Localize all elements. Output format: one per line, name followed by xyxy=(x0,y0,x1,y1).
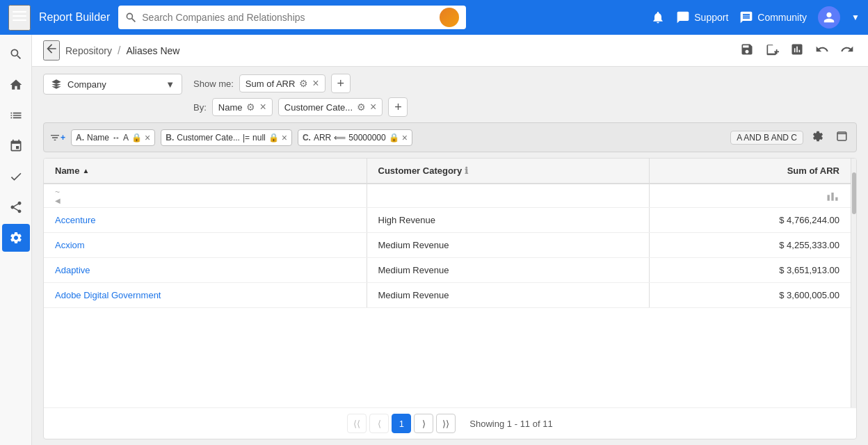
filter-logic-display[interactable]: A AND B AND C xyxy=(730,131,803,145)
back-button[interactable] xyxy=(43,40,60,60)
filter-chip-c[interactable]: C. ARR ⟸ 50000000 🔒 × xyxy=(298,129,412,146)
collapsed-row: ~ ◀ xyxy=(44,184,851,208)
search-avatar xyxy=(440,8,459,27)
pill-close-icon[interactable]: × xyxy=(312,78,319,89)
sidebar-item-list[interactable] xyxy=(2,102,30,129)
customer-cate-pill[interactable]: Customer Cate... ⚙ × xyxy=(278,98,383,116)
pagination-bar: ⟨⟨ ⟨ 1 ⟩ ⟩⟩ Showing 1 - 11 of 11 xyxy=(44,407,856,439)
sidebar-item-share[interactable] xyxy=(2,193,30,221)
name-pill[interactable]: Name ⚙ × xyxy=(212,98,273,116)
redo-button[interactable] xyxy=(837,40,857,61)
save-icon xyxy=(740,42,754,56)
add-by-button[interactable]: + xyxy=(388,97,408,117)
svg-rect-0 xyxy=(13,11,26,13)
filter-a-id: A. xyxy=(76,133,84,143)
company-label: Company xyxy=(67,79,106,90)
share-icon xyxy=(9,200,23,214)
user-avatar[interactable] xyxy=(818,6,840,29)
customer-settings-icon[interactable]: ⚙ xyxy=(357,102,366,113)
settings-icon xyxy=(9,231,23,245)
table-row: Adobe Digital Government Medium Revenue … xyxy=(44,283,851,308)
scrollbar-thumb[interactable] xyxy=(852,172,856,214)
sum-of-arr-pill[interactable]: Sum of ARR ⚙ × xyxy=(239,74,326,92)
filter-b-close-icon[interactable]: × xyxy=(282,132,287,143)
check-icon xyxy=(9,170,23,184)
save-button[interactable] xyxy=(737,40,757,61)
breadcrumb-repository[interactable]: Repository xyxy=(65,45,112,56)
row-name-acxiom[interactable]: Acxiom xyxy=(55,240,85,250)
row-arr-adobe: $ 3,600,005.00 xyxy=(649,283,851,308)
chat-icon xyxy=(676,10,690,24)
row-name-adaptive[interactable]: Adaptive xyxy=(55,265,90,275)
filter-icon[interactable]: + xyxy=(49,132,65,143)
user-dropdown-icon[interactable]: ▼ xyxy=(851,13,860,22)
chart-button[interactable] xyxy=(787,40,807,61)
filter-table-button[interactable] xyxy=(833,127,851,147)
filter-settings-button[interactable] xyxy=(809,127,827,147)
add-show-me-button[interactable]: + xyxy=(331,74,351,93)
table-row: Adaptive Medium Revenue $ 3,651,913.00 xyxy=(44,258,851,283)
community-icon xyxy=(739,10,753,24)
svg-line-4 xyxy=(132,19,136,22)
first-page-button[interactable]: ⟨⟨ xyxy=(347,414,367,433)
layers-icon xyxy=(51,79,62,90)
sum-of-arr-label: Sum of ARR xyxy=(246,79,296,89)
filter-chip-b[interactable]: B. Customer Cate... |= null 🔒 × xyxy=(161,129,292,146)
filter-b-lock-icon: 🔒 xyxy=(268,133,279,143)
calendar-icon xyxy=(9,139,23,153)
filter-b-value: null xyxy=(252,133,266,143)
table-scrollbar[interactable] xyxy=(851,159,856,407)
save-as-button[interactable] xyxy=(762,40,782,61)
sidebar-item-tasks[interactable] xyxy=(2,163,30,191)
name-settings-icon[interactable]: ⚙ xyxy=(246,102,255,113)
settings-icon xyxy=(812,130,824,143)
of-text: of xyxy=(533,419,540,429)
filter-b-operator: |= xyxy=(243,133,250,143)
search-input[interactable] xyxy=(142,12,434,23)
range-end: 11 xyxy=(520,419,530,429)
col-header-customer-category[interactable]: Customer Category ℹ xyxy=(367,159,649,184)
support-button[interactable]: Support xyxy=(676,10,728,24)
filter-b-id: B. xyxy=(166,133,174,143)
row-arr-adaptive: $ 3,651,913.00 xyxy=(649,258,851,283)
company-selector[interactable]: Company ▼ xyxy=(43,74,182,95)
col-header-name[interactable]: Name ▲ xyxy=(44,159,367,184)
filter-c-id: C. xyxy=(303,133,311,143)
filter-chip-a[interactable]: A. Name ↔ A 🔒 × xyxy=(71,129,155,146)
showing-text: Showing xyxy=(469,419,504,429)
sidebar xyxy=(0,35,32,445)
customer-close-icon[interactable]: × xyxy=(370,102,376,113)
home-icon xyxy=(9,78,23,92)
row-name-accenture[interactable]: Accenture xyxy=(55,215,96,225)
sidebar-item-settings[interactable] xyxy=(2,224,30,252)
notifications-button[interactable] xyxy=(651,10,665,24)
search-bar[interactable] xyxy=(118,6,466,29)
user-icon xyxy=(823,11,835,24)
undo-icon xyxy=(815,42,829,56)
by-label: By: xyxy=(193,102,207,113)
name-close-icon[interactable]: × xyxy=(259,102,266,113)
row-category-adobe: Medium Revenue xyxy=(367,283,649,308)
row-arr-acxiom: $ 4,255,333.00 xyxy=(649,233,851,258)
filter-a-close-icon[interactable]: × xyxy=(145,132,150,143)
name-label: Name xyxy=(218,102,243,113)
next-page-button[interactable]: ⟩ xyxy=(414,414,433,433)
sidebar-item-home[interactable] xyxy=(2,71,30,99)
community-button[interactable]: Community xyxy=(739,10,807,24)
undo-button[interactable] xyxy=(812,40,832,61)
hamburger-menu[interactable] xyxy=(8,5,31,31)
filter-c-close-icon[interactable]: × xyxy=(402,132,408,143)
col-header-sum-of-arr[interactable]: Sum of ARR xyxy=(649,159,851,184)
page-1-button[interactable]: 1 xyxy=(392,414,411,433)
pill-settings-icon[interactable]: ⚙ xyxy=(299,78,308,89)
sidebar-item-search[interactable] xyxy=(2,40,30,68)
info-icon: ℹ xyxy=(465,165,468,176)
prev-page-button[interactable]: ⟨ xyxy=(369,414,389,433)
table-row: Accenture High Revenue $ 4,766,244.00 xyxy=(44,208,851,233)
breadcrumb-separator: / xyxy=(118,44,120,57)
row-name-adobe[interactable]: Adobe Digital Government xyxy=(55,290,161,300)
community-label: Community xyxy=(757,12,807,23)
svg-rect-7 xyxy=(835,197,837,200)
last-page-button[interactable]: ⟩⟩ xyxy=(436,414,456,433)
sidebar-item-calendar[interactable] xyxy=(2,132,30,160)
